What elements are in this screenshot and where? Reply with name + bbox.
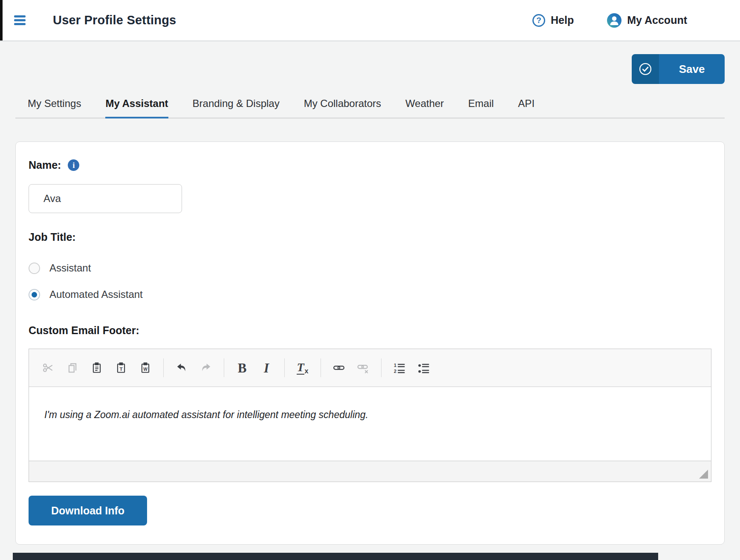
editor-content-area[interactable]: I'm using a Zoom.ai automated assistant … <box>29 387 711 461</box>
radio-label: Assistant <box>49 262 91 274</box>
toolbar-separator <box>381 358 382 377</box>
name-label: Name: <box>29 159 61 171</box>
header-actions: ? Help My Account <box>532 13 687 28</box>
name-label-row: Name: i <box>29 159 711 171</box>
resize-handle-icon[interactable] <box>699 470 708 479</box>
remove-format-icon[interactable]: Tx <box>296 361 309 375</box>
check-circle-icon <box>632 54 659 84</box>
menu-button[interactable] <box>14 15 26 25</box>
settings-card: Name: i Job Title: Assistant Automated A… <box>15 141 725 545</box>
radio-option-assistant[interactable]: Assistant <box>29 262 91 274</box>
download-info-button[interactable]: Download Info <box>29 496 147 525</box>
my-account-label: My Account <box>627 14 687 26</box>
save-label: Save <box>659 54 725 84</box>
svg-text:T: T <box>119 366 123 372</box>
action-row: Save <box>15 41 725 84</box>
custom-email-footer-label: Custom Email Footer: <box>29 324 711 337</box>
tab-email[interactable]: Email <box>468 92 494 118</box>
save-button[interactable]: Save <box>632 54 725 84</box>
rich-text-editor: T W <box>29 349 711 482</box>
page: User Profile Settings ? Help My Acco <box>0 0 740 545</box>
help-label: Help <box>551 14 574 26</box>
redo-icon[interactable] <box>199 361 212 375</box>
tab-branding-display[interactable]: Branding & Display <box>193 92 280 118</box>
radio-option-automated-assistant[interactable]: Automated Assistant <box>29 289 143 300</box>
paste-from-word-icon[interactable]: W <box>139 361 152 375</box>
hamburger-icon <box>14 15 26 17</box>
help-button[interactable]: ? Help <box>532 14 574 27</box>
svg-text:W: W <box>143 367 147 372</box>
radio-label: Automated Assistant <box>49 289 143 300</box>
undo-icon[interactable] <box>175 361 188 375</box>
job-title-label: Job Title: <box>29 231 711 243</box>
tab-bar: My Settings My Assistant Branding & Disp… <box>15 92 725 118</box>
italic-icon[interactable]: I <box>260 361 273 375</box>
tab-my-settings[interactable]: My Settings <box>28 92 81 118</box>
bulleted-list-icon[interactable] <box>417 361 430 375</box>
svg-text:1: 1 <box>394 363 396 368</box>
cut-icon[interactable] <box>42 361 55 375</box>
bold-icon[interactable]: B <box>236 361 249 375</box>
svg-text:2: 2 <box>394 369 396 374</box>
avatar-icon <box>607 13 621 28</box>
window-edge <box>0 0 3 40</box>
link-icon[interactable] <box>332 361 345 375</box>
radio-selected-icon <box>29 289 40 300</box>
page-title: User Profile Settings <box>53 13 176 27</box>
my-account-button[interactable]: My Account <box>607 13 687 28</box>
info-icon[interactable]: i <box>68 159 79 171</box>
radio-unselected-icon <box>29 263 40 274</box>
copy-icon[interactable] <box>66 361 79 375</box>
question-icon: ? <box>532 14 545 27</box>
tab-my-collaborators[interactable]: My Collaborators <box>304 92 381 118</box>
name-input[interactable] <box>29 184 182 213</box>
toolbar-separator <box>284 358 285 377</box>
paste-icon[interactable] <box>90 361 103 375</box>
content: Save My Settings My Assistant Branding &… <box>0 41 740 545</box>
editor-text: I'm using a Zoom.ai automated assistant … <box>44 409 696 421</box>
editor-status-bar <box>29 461 711 482</box>
app-header: User Profile Settings ? Help My Acco <box>0 0 740 41</box>
tab-weather[interactable]: Weather <box>405 92 444 118</box>
toolbar-separator <box>224 358 224 377</box>
tab-my-assistant[interactable]: My Assistant <box>105 92 168 118</box>
unlink-icon[interactable] <box>357 361 370 375</box>
toolbar-separator <box>321 358 321 377</box>
numbered-list-icon[interactable]: 1 2 <box>393 361 406 375</box>
toolbar-separator <box>163 358 164 377</box>
tab-api[interactable]: API <box>518 92 535 118</box>
editor-toolbar: T W <box>29 349 711 387</box>
bottom-bar <box>13 553 658 560</box>
paste-plain-text-icon[interactable]: T <box>115 361 127 375</box>
